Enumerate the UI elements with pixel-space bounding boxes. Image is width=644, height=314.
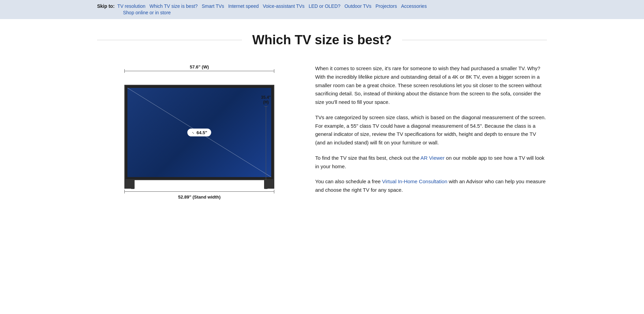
stand-leg-left	[124, 180, 135, 189]
diagonal-label: ↔ 64.5"	[187, 129, 211, 137]
width-measurement: 57.6" (W)	[124, 64, 274, 71]
skip-link-voice-tvs[interactable]: Voice-assistant TVs	[263, 3, 305, 9]
skip-link-tv-resolution[interactable]: TV resolution	[117, 3, 145, 9]
text-col: When it comes to screen size, it's rare …	[315, 61, 547, 201]
width-line	[124, 71, 274, 71]
stand-width-label: 52.89" (Stand width)	[178, 194, 221, 200]
divider-right	[402, 40, 547, 40]
height-right-label: 35.4" (H)	[261, 95, 271, 105]
height-right-line	[266, 106, 266, 189]
skip-link-smart-tvs[interactable]: Smart TVs	[202, 3, 224, 9]
section-title: Which TV size is best?	[242, 33, 402, 47]
text-paragraph-3: To find the TV size that fits best, chec…	[315, 154, 547, 171]
text-paragraph-2: TVs are categorized by screen size class…	[315, 113, 547, 147]
two-col-layout: 57.6" (W) 33.5" (H)	[97, 61, 547, 234]
skip-link-accessories[interactable]: Accessories	[401, 3, 427, 9]
section-title-wrap: Which TV size is best?	[97, 33, 547, 47]
tv-screen: ↔ 64.5"	[127, 88, 271, 177]
stand-width-line	[124, 191, 274, 192]
ar-viewer-link[interactable]: AR Viewer	[420, 155, 445, 161]
height-right: 35.4" (H)	[261, 95, 271, 190]
tv-diagram-col: 57.6" (W) 33.5" (H)	[97, 61, 295, 220]
width-label: 57.6" (W)	[190, 64, 209, 69]
stand-width-wrap: 52.89" (Stand width)	[124, 191, 274, 200]
virtual-consultation-link[interactable]: Virtual In-Home Consultation	[382, 178, 447, 184]
text-paragraph-4: You can also schedule a free Virtual In-…	[315, 177, 547, 194]
skip-link-led-oled[interactable]: LED or OLED?	[309, 3, 340, 9]
skip-link-outdoor-tvs[interactable]: Outdoor TVs	[344, 3, 371, 9]
skip-link-shop-online[interactable]: Shop online or in store	[123, 10, 171, 15]
skip-link-projectors[interactable]: Projectors	[375, 3, 397, 9]
text-paragraph-1: When it comes to screen size, it's rare …	[315, 64, 547, 107]
skip-bar: Skip to: TV resolution Which TV size is …	[0, 0, 644, 19]
tv-stand	[124, 180, 274, 189]
diagonal-icon: ↔	[190, 130, 196, 135]
main-content: Which TV size is best? 57.6" (W) 33.5"	[83, 33, 561, 234]
tv-body: ↔ 64.5"	[124, 85, 274, 180]
skip-link-internet-speed[interactable]: Internet speed	[228, 3, 259, 9]
skip-links-row1: TV resolution Which TV size is best? Sma…	[117, 3, 427, 9]
skip-label: Skip to:	[97, 3, 114, 9]
stand-leg-right	[264, 180, 274, 189]
skip-link-tv-size[interactable]: Which TV size is best?	[150, 3, 198, 9]
divider-left	[97, 40, 242, 40]
tv-wrapper: 33.5" (H)	[124, 85, 274, 200]
tv-diagram-container: 57.6" (W) 33.5" (H)	[97, 61, 295, 220]
